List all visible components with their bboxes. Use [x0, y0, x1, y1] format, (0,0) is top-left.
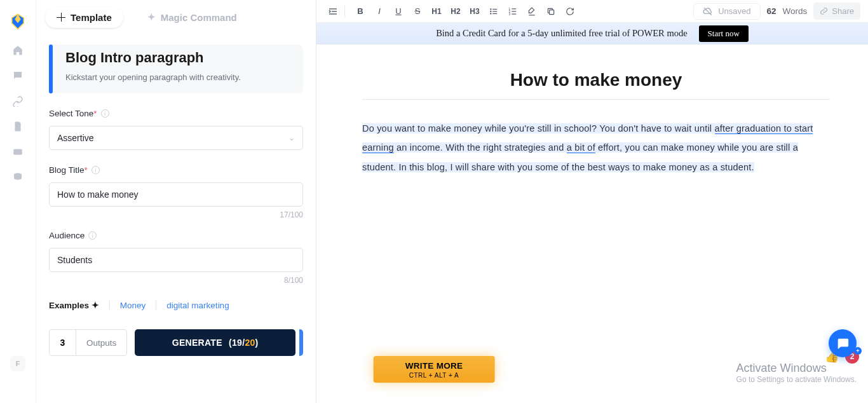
bullet-list-button[interactable] [485, 3, 503, 20]
editor-content[interactable]: How to make money Do you want to make mo… [316, 44, 868, 403]
tab-magic-command[interactable]: ✦ Magic Command [136, 6, 248, 28]
examples-label: Examples ✦ [49, 300, 99, 310]
numbered-list-button[interactable]: 123 [504, 3, 522, 20]
home-icon[interactable] [12, 44, 24, 56]
svg-rect-9 [492, 11, 497, 11]
tab-template[interactable]: Template [45, 7, 123, 28]
tone-label: Select Tone* [49, 109, 97, 118]
strikethrough-button[interactable]: S [409, 3, 426, 20]
title-divider [362, 99, 830, 100]
tab-magic-label: Magic Command [161, 12, 237, 23]
example-digital-marketing[interactable]: digital marketing [166, 301, 229, 310]
link-icon [820, 7, 828, 15]
blog-title-input[interactable] [49, 182, 303, 207]
copy-button[interactable] [542, 3, 560, 20]
card-title: Blog Intro paragraph [65, 50, 290, 66]
promo-banner: Bind a Credit Card for a 5-day unlimited… [316, 23, 868, 44]
indent-icon[interactable] [324, 3, 342, 20]
promo-text: Bind a Credit Card for a 5-day unlimited… [436, 28, 687, 39]
document-icon[interactable] [12, 121, 24, 132]
audience-input[interactable] [49, 248, 303, 272]
svg-rect-10 [492, 13, 497, 13]
rail-footer-badge[interactable]: F [10, 356, 25, 371]
document-title: How to make money [362, 70, 830, 90]
card-icon[interactable] [12, 146, 24, 158]
title-counter: 17/100 [49, 210, 303, 219]
card-subtitle: Kickstart your opening paragraph with cr… [65, 72, 290, 82]
info-icon[interactable]: i [92, 166, 100, 174]
italic-button[interactable]: I [370, 3, 388, 20]
h2-button[interactable]: H2 [447, 3, 465, 20]
svg-rect-0 [13, 149, 22, 155]
svg-rect-18 [550, 10, 554, 14]
chevron-down-icon: ⌄ [288, 133, 295, 142]
info-icon[interactable]: i [88, 231, 97, 240]
sparkle-icon: ✦ [147, 11, 156, 23]
template-card: Blog Intro paragraph Kickstart your open… [49, 44, 303, 93]
svg-rect-14 [512, 8, 516, 9]
left-rail: F [0, 0, 36, 403]
main-editor-area: B I U S H1 H2 H3 123 Unsaved 62 [316, 0, 868, 403]
outputs-stepper[interactable]: 3 Outputs [49, 329, 127, 356]
example-money[interactable]: Money [120, 301, 146, 310]
tone-select[interactable]: Assertive ⌄ [49, 126, 303, 150]
svg-text:3: 3 [509, 12, 511, 15]
refresh-button[interactable] [561, 3, 579, 20]
svg-rect-8 [492, 8, 497, 9]
svg-line-19 [704, 8, 712, 15]
activate-windows-watermark: Activate Windows Go to Settings to activ… [736, 362, 857, 384]
write-more-label: WRITE MORE [405, 361, 463, 371]
link-icon[interactable] [12, 95, 24, 107]
generate-count: (19/20) [226, 338, 259, 348]
cloud-off-icon [703, 6, 713, 17]
sidebar: Template ✦ Magic Command Blog Intro para… [36, 0, 316, 403]
save-status: Unsaved [693, 3, 760, 20]
svg-point-7 [490, 13, 491, 14]
chat-fab[interactable] [829, 329, 857, 357]
outputs-number: 3 [50, 330, 76, 355]
info-icon[interactable]: i [101, 109, 109, 118]
blog-title-label: Blog Title* [49, 165, 88, 175]
bold-button[interactable]: B [351, 3, 369, 20]
promo-cta-button[interactable]: Start now [699, 25, 749, 42]
write-more-button[interactable]: WRITE MORE CTRL + ALT + A [374, 356, 495, 383]
generate-label: GENERATE [172, 338, 222, 348]
intro-paragraph: Do you want to make money while you're s… [362, 119, 830, 177]
tab-row: Template ✦ Magic Command [36, 6, 316, 33]
audience-label: Audience [49, 231, 85, 240]
word-count: 62 Words [767, 6, 808, 16]
highlight-button[interactable] [523, 3, 541, 20]
svg-point-6 [490, 10, 491, 11]
generate-button[interactable]: GENERATE (19/20) [135, 329, 295, 356]
chat-icon[interactable] [12, 70, 24, 81]
outputs-label: Outputs [76, 338, 126, 348]
h3-button[interactable]: H3 [466, 3, 484, 20]
tab-template-label: Template [71, 12, 112, 23]
svg-rect-15 [512, 11, 516, 11]
editor-toolbar: B I U S H1 H2 H3 123 Unsaved 62 [316, 0, 868, 23]
audience-counter: 8/100 [49, 276, 303, 285]
svg-point-5 [490, 8, 491, 10]
stack-icon[interactable] [12, 172, 24, 183]
tone-value: Assertive [57, 133, 94, 143]
write-more-shortcut: CTRL + ALT + A [405, 372, 463, 379]
svg-rect-16 [512, 13, 516, 14]
share-button[interactable]: Share [813, 3, 860, 20]
logo-icon [9, 13, 27, 31]
template-grid-icon [57, 13, 65, 22]
h1-button[interactable]: H1 [428, 3, 445, 20]
underline-button[interactable]: U [390, 3, 407, 20]
generate-edge [299, 329, 303, 356]
